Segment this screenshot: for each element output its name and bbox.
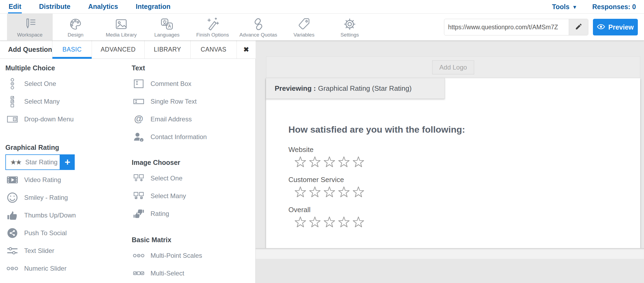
palette-item-image-chooser-select-many[interactable]: Select Many: [132, 187, 253, 205]
palette-item-graphical-rating-video-rating[interactable]: Video Rating: [5, 171, 126, 189]
star-icon[interactable]: [309, 156, 321, 168]
star-icon[interactable]: [294, 216, 306, 228]
nav-item-distribute[interactable]: Distribute: [38, 0, 71, 13]
nav-tabs: EditDistributeAnalyticsIntegration: [8, 0, 171, 13]
toolbar: WorkspaceDesignMedia LibraryALanguagesFi…: [0, 14, 644, 41]
nav-right: Tools ▼ Responses: 0: [552, 3, 636, 11]
tab-library[interactable]: LIBRARY: [144, 41, 190, 59]
toolbar-button-label: Advance Quotas: [239, 32, 277, 38]
numeric-slider-icon: [5, 263, 19, 274]
tools-menu[interactable]: Tools ▼: [552, 3, 577, 11]
palette-item-multiple-choice-drop-down-menu[interactable]: Drop-down Menu: [5, 110, 126, 128]
palette-item-label: Thumbs Up/Down: [24, 212, 76, 219]
toolbar-button-advance-quotas[interactable]: Advance Quotas: [235, 14, 281, 40]
push-to-social-icon: [5, 227, 19, 239]
select-one-radio-icon: [5, 77, 19, 90]
palette-item-image-chooser-select-one[interactable]: Select One: [132, 169, 253, 187]
palette-item-graphical-rating-text-slider[interactable]: Text Slider: [5, 242, 126, 260]
image-select-one-icon: [132, 172, 146, 184]
toolbar-button-design[interactable]: Design: [53, 14, 98, 40]
star-icon[interactable]: [323, 216, 335, 228]
image-select-many-icon: [132, 190, 146, 202]
variables-icon: [297, 16, 311, 31]
star-icon[interactable]: [338, 216, 350, 228]
palette-section-graphical-rating: Graphical Rating★★Star Rating+Video Rati…: [5, 143, 126, 277]
star-icon[interactable]: [294, 186, 306, 198]
add-question-plus-button[interactable]: +: [60, 154, 75, 170]
nav-item-edit[interactable]: Edit: [8, 0, 22, 13]
palette-item-text-comment-box[interactable]: Comment Box: [132, 75, 253, 93]
chevron-down-icon: ▼: [572, 4, 577, 10]
palette-item-label: Select One: [24, 80, 56, 88]
palette-item-label: Select Many: [151, 192, 186, 200]
star-icon[interactable]: [323, 156, 335, 168]
survey-url-input[interactable]: [444, 19, 569, 35]
nav-item-integration[interactable]: Integration: [135, 0, 171, 13]
email-address-icon: @: [132, 113, 146, 125]
toolbar-button-finish-options[interactable]: Finish Options: [190, 14, 235, 40]
survey-url-box: [444, 19, 588, 35]
languages-icon: A: [160, 16, 174, 31]
responses-link[interactable]: Responses: 0: [592, 3, 636, 11]
star-icon[interactable]: [338, 156, 350, 168]
star-icon[interactable]: [352, 186, 364, 198]
palette-item-label: Comment Box: [151, 80, 191, 88]
star-icon[interactable]: [338, 186, 350, 198]
palette-section-image-chooser: Image ChooserSelect OneSelect ManyRating: [132, 158, 253, 223]
tab-basic[interactable]: BASIC: [52, 41, 92, 59]
palette-item-image-chooser-rating[interactable]: Rating: [132, 205, 253, 223]
palette-item-label: Rating: [151, 210, 169, 217]
star-icon[interactable]: [309, 186, 321, 198]
toolbar-button-variables[interactable]: Variables: [281, 14, 327, 40]
close-panel-button[interactable]: ✖: [237, 41, 256, 59]
palette-item-text-contact-information[interactable]: iContact Information: [132, 128, 253, 146]
toolbar-button-settings[interactable]: Settings: [327, 14, 373, 40]
settings-icon: [343, 16, 357, 31]
thumbs-up-down-icon: [5, 209, 19, 221]
star-icon[interactable]: [352, 216, 364, 228]
advance-quotas-icon: [251, 16, 265, 31]
preview-button[interactable]: Preview: [593, 19, 638, 35]
edit-url-button[interactable]: [569, 19, 588, 35]
palette-item-multiple-choice-select-one[interactable]: Select One: [5, 75, 126, 93]
star-icon[interactable]: [294, 156, 306, 168]
star-icon[interactable]: [352, 156, 364, 168]
palette-item-graphical-rating-thumbs-up-down[interactable]: Thumbs Up/Down: [5, 206, 126, 224]
palette-item-basic-matrix-multi-select[interactable]: Multi-Select: [132, 264, 253, 282]
tab-canvas[interactable]: CANVAS: [190, 41, 237, 59]
star-icon[interactable]: [309, 216, 321, 228]
toolbar-button-label: Workspace: [17, 32, 43, 38]
add-logo-button[interactable]: Add Logo: [432, 60, 474, 74]
question-type-palette: Multiple ChoiceSelect OneSelect ManyDrop…: [0, 59, 256, 283]
palette-item-star-rating-selected[interactable]: ★★Star Rating+: [5, 154, 75, 170]
palette-item-text-single-row-text[interactable]: Single Row Text: [132, 93, 253, 110]
palette-item-graphical-rating-smiley-rating[interactable]: Smiley - Rating: [5, 189, 126, 206]
question-block: How satisfied are you with the following…: [288, 124, 465, 228]
palette-section-title: Text: [132, 63, 253, 73]
add-question-title: Add Question: [0, 41, 52, 59]
palette-section-multiple-choice: Multiple ChoiceSelect OneSelect ManyDrop…: [5, 63, 126, 128]
palette-section-title: Multiple Choice: [5, 63, 126, 73]
toolbar-button-languages[interactable]: ALanguages: [144, 14, 190, 40]
palette-item-basic-matrix-multi-point-scales[interactable]: Multi-Point Scales: [132, 247, 253, 264]
toolbar-button-label: Finish Options: [196, 32, 229, 38]
svg-text:A: A: [168, 24, 171, 28]
svg-text:@: @: [134, 113, 143, 124]
previewing-label: Previewing :: [275, 84, 316, 93]
tools-menu-label: Tools: [552, 3, 570, 11]
nav-item-analytics[interactable]: Analytics: [88, 0, 119, 13]
palette-section-title: Image Chooser: [132, 158, 253, 167]
question-panel-tabrow: Add Question BASICADVANCEDLIBRARYCANVAS …: [0, 41, 256, 59]
palette-item-graphical-rating-push-to-social[interactable]: Push To Social: [5, 224, 126, 242]
palette-item-text-email-address[interactable]: @Email Address: [132, 110, 253, 128]
top-nav: EditDistributeAnalyticsIntegration Tools…: [0, 0, 644, 14]
palette-item-multiple-choice-select-many[interactable]: Select Many: [5, 93, 126, 110]
star-icon[interactable]: [323, 186, 335, 198]
palette-item-graphical-rating-numeric-slider[interactable]: Numeric Slider: [5, 260, 126, 277]
toolbar-button-media-library[interactable]: Media Library: [98, 14, 144, 40]
toolbar-button-workspace[interactable]: Workspace: [7, 14, 53, 40]
star-rating-control: [294, 156, 465, 168]
star-rating-control: [294, 216, 465, 228]
rating-row-label: Website: [288, 146, 465, 154]
tab-advanced[interactable]: ADVANCED: [92, 41, 144, 59]
